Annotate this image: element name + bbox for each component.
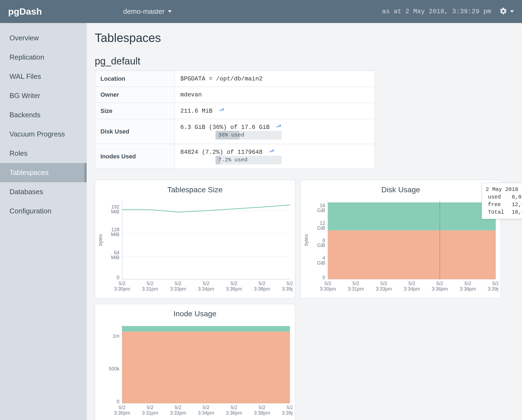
svg-text:3:34pm: 3:34pm xyxy=(404,286,420,292)
chart-title: Disk Usage xyxy=(304,185,498,194)
sidebar-item-wal-files[interactable]: WAL Files xyxy=(0,67,87,86)
svg-text:bytes: bytes xyxy=(98,234,103,246)
table-row: Inodes Used 84824 (7.2%) of 1179648 7.2%… xyxy=(95,144,375,169)
svg-text:3:31pm: 3:31pm xyxy=(142,410,158,416)
table-row: Size 211.6 MiB xyxy=(95,103,375,119)
app-shell: OverviewReplicationWAL FilesBG WriterBac… xyxy=(0,23,522,420)
settings-menu[interactable] xyxy=(499,7,514,16)
svg-text:MiB: MiB xyxy=(111,255,119,260)
svg-text:3:30pm: 3:30pm xyxy=(114,410,130,416)
chart-title: Inode Usage xyxy=(98,310,292,318)
row-label: Inodes Used xyxy=(95,144,175,169)
svg-text:3:33pm: 3:33pm xyxy=(170,286,186,292)
svg-text:5/2: 5/2 xyxy=(147,405,154,410)
svg-text:192: 192 xyxy=(111,204,119,210)
sidebar-item-overview[interactable]: Overview xyxy=(0,28,87,48)
inodes-text: 84824 (7.2%) of 1179648 xyxy=(180,149,263,156)
svg-text:3:30pm: 3:30pm xyxy=(114,286,130,292)
svg-text:4: 4 xyxy=(322,255,325,261)
tooltip-free-value: 12,027,600,896 bytes xyxy=(512,201,522,209)
svg-text:3:34pm: 3:34pm xyxy=(198,410,214,416)
svg-text:5/2: 5/2 xyxy=(380,281,387,286)
tablespace-name: pg_default xyxy=(95,56,514,67)
svg-text:3:33pm: 3:33pm xyxy=(376,286,392,292)
content-area: Tablespaces pg_default Location $PGDATA … xyxy=(87,23,522,420)
row-value: $PGDATA = /opt/db/main2 xyxy=(175,71,375,87)
svg-text:5/2: 5/2 xyxy=(259,405,265,410)
disk-usage-bar: 36% used xyxy=(216,131,282,139)
svg-text:3:38pm: 3:38pm xyxy=(254,286,270,292)
table-row: Disk Used 6.3 GiB (36%) of 17.6 GiB 36% … xyxy=(95,119,375,144)
inode-usage-chart[interactable]: 0500k1m5/23:30pm5/23:31pm5/23:33pm5/23:3… xyxy=(98,322,292,419)
sidebar-item-configuration[interactable]: Configuration xyxy=(0,201,87,221)
svg-text:3:38pm: 3:38pm xyxy=(460,286,476,292)
svg-text:3:36pm: 3:36pm xyxy=(226,286,242,292)
svg-text:5/2: 5/2 xyxy=(231,281,237,286)
tablespace-size-card: Tablespace Size 064MiB128MiB192MiB5/23:3… xyxy=(95,180,295,298)
row-value: 6.3 GiB (36%) of 17.6 GiB 36% used xyxy=(175,119,375,144)
inodes-chart-link[interactable] xyxy=(269,149,274,156)
svg-text:5/2: 5/2 xyxy=(119,405,125,410)
sidebar: OverviewReplicationWAL FilesBG WriterBac… xyxy=(0,23,87,420)
svg-text:MiB: MiB xyxy=(111,232,119,237)
sidebar-item-roles[interactable]: Roles xyxy=(0,144,87,163)
svg-text:5/2: 5/2 xyxy=(119,281,125,286)
database-selector[interactable]: demo-master xyxy=(123,7,172,16)
svg-text:0: 0 xyxy=(117,275,119,280)
size-chart-link[interactable] xyxy=(219,108,224,115)
disk-chart-link[interactable] xyxy=(276,124,281,131)
tablespace-size-chart[interactable]: 064MiB128MiB192MiB5/23:30pm5/23:31pm5/23… xyxy=(98,198,292,295)
svg-text:5/2: 5/2 xyxy=(203,281,209,286)
table-row: Location $PGDATA = /opt/db/main2 xyxy=(95,71,375,87)
row-label: Location xyxy=(95,71,175,87)
svg-text:3:34pm: 3:34pm xyxy=(198,286,214,292)
svg-text:5/2: 5/2 xyxy=(492,281,498,286)
disk-usage-chart[interactable]: 04GiB8GiB12GiB16GiB5/23:30pm5/23:31pm5/2… xyxy=(304,198,498,295)
sidebar-item-bg-writer[interactable]: BG Writer xyxy=(0,86,87,105)
svg-text:5/2: 5/2 xyxy=(203,405,209,410)
row-value: mdevan xyxy=(175,87,375,103)
svg-text:8: 8 xyxy=(322,238,325,243)
gear-icon xyxy=(499,7,507,16)
svg-text:5/2: 5/2 xyxy=(175,281,181,286)
svg-text:MiB: MiB xyxy=(111,209,119,214)
svg-text:3:30pm: 3:30pm xyxy=(320,286,336,292)
svg-text:3:36pm: 3:36pm xyxy=(432,286,448,292)
tooltip-free-label: free xyxy=(488,201,501,209)
tooltip-used-value: 6,861,135,872 bytes xyxy=(512,193,522,201)
svg-text:3:39pm: 3:39pm xyxy=(488,286,498,292)
tooltip-used-label: used xyxy=(488,193,501,201)
chart-title: Tablespace Size xyxy=(98,185,292,194)
svg-text:3:31pm: 3:31pm xyxy=(348,286,364,292)
sidebar-item-databases[interactable]: Databases xyxy=(0,182,87,201)
row-label: Disk Used xyxy=(95,119,175,144)
row-label: Owner xyxy=(95,87,175,103)
svg-text:bytes: bytes xyxy=(304,234,309,246)
svg-text:3:39pm: 3:39pm xyxy=(282,410,293,416)
timestamp-label: as at 2 May 2018, 3:39:29 pm xyxy=(382,8,491,15)
svg-text:5/2: 5/2 xyxy=(353,281,359,286)
sidebar-item-vacuum-progress[interactable]: Vacuum Progress xyxy=(0,125,87,144)
row-value: 84824 (7.2%) of 1179648 7.2% used xyxy=(175,144,375,169)
page-title: Tablespaces xyxy=(95,31,514,45)
svg-text:5/2: 5/2 xyxy=(175,405,181,410)
svg-text:3:39pm: 3:39pm xyxy=(282,286,293,292)
inodes-usage-bar: 7.2% used xyxy=(216,156,282,164)
disk-text: 6.3 GiB (36%) of 17.6 GiB xyxy=(180,124,270,131)
chevron-down-icon xyxy=(168,10,172,13)
svg-text:5/2: 5/2 xyxy=(147,281,154,286)
disk-usage-bar-label: 36% used xyxy=(218,132,244,138)
svg-text:5/2: 5/2 xyxy=(231,405,237,410)
svg-text:GiB: GiB xyxy=(317,208,325,213)
svg-text:0: 0 xyxy=(117,399,119,404)
svg-text:16: 16 xyxy=(320,203,325,208)
svg-text:0: 0 xyxy=(322,275,325,280)
sidebar-item-tablespaces[interactable]: Tablespaces xyxy=(0,163,87,182)
table-row: Owner mdevan xyxy=(95,87,375,103)
sidebar-item-replication[interactable]: Replication xyxy=(0,48,87,67)
sidebar-item-backends[interactable]: Backends xyxy=(0,105,87,125)
row-label: Size xyxy=(95,103,175,119)
tooltip-total-label: Total xyxy=(488,209,504,216)
svg-text:5/2: 5/2 xyxy=(436,281,443,286)
brand-logo[interactable]: pgDash xyxy=(8,6,42,17)
